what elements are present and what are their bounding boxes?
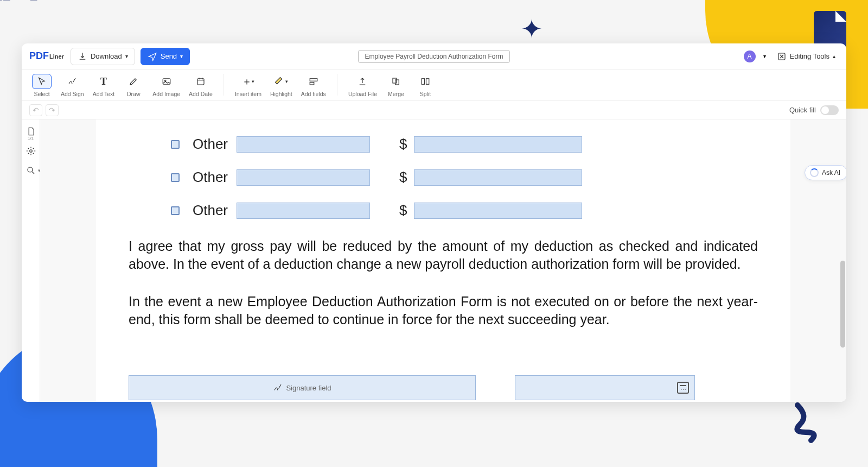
document-area: Other $ Other $ Other $ <box>40 119 846 402</box>
tool-select[interactable]: Select <box>27 73 56 98</box>
checkbox-other-2[interactable] <box>171 173 180 182</box>
logo-prefix: PDF <box>29 51 49 62</box>
agreement-paragraph-1: I agree that my gross pay will be reduce… <box>129 237 758 273</box>
signature-field-label: Signature field <box>286 384 331 392</box>
ask-ai-label: Ask AI <box>822 169 840 176</box>
toolbar: Select Add Sign T Add Text Draw Add Imag… <box>22 70 846 101</box>
tool-highlight[interactable]: ▾ Highlight <box>266 73 297 98</box>
tool-insert-item[interactable]: ＋ ▾ Insert item <box>231 73 266 98</box>
topbar: PDF Liner Download ▾ Send ▾ A ▾ Editing … <box>22 43 846 70</box>
page-icon <box>26 127 36 136</box>
app-window: PDF Liner Download ▾ Send ▾ A ▾ Editing … <box>22 43 846 402</box>
fields-icon <box>309 77 318 86</box>
tool-add-fields-label: Add fields <box>301 91 326 97</box>
other-row-2: Other $ <box>171 169 758 186</box>
tool-insert-item-label: Insert item <box>235 91 261 97</box>
ask-ai-button[interactable]: Ask AI <box>805 165 846 180</box>
other-label-1: Other <box>193 136 228 153</box>
other-amount-field-2[interactable] <box>414 169 582 186</box>
dollar-sign-1: $ <box>399 136 407 153</box>
tool-draw-label: Draw <box>127 91 141 97</box>
spinner-icon <box>810 168 819 177</box>
bg-splat-bird: ✦ <box>521 14 542 44</box>
tool-add-text-label: Add Text <box>93 91 115 97</box>
signature-field-icon <box>273 383 283 393</box>
svg-rect-9 <box>426 79 429 85</box>
checkbox-other-3[interactable] <box>171 206 180 215</box>
tool-upload-file[interactable]: Upload File <box>344 73 381 98</box>
tool-add-image[interactable]: Add Image <box>148 73 184 98</box>
document-page: Other $ Other $ Other $ <box>96 119 790 402</box>
tool-add-image-label: Add Image <box>152 91 180 97</box>
redo-button[interactable]: ↷ <box>46 104 59 116</box>
cursor-icon <box>37 77 47 86</box>
svg-rect-7 <box>395 80 399 85</box>
dollar-sign-3: $ <box>399 202 407 219</box>
svg-rect-4 <box>310 79 317 81</box>
bg-zigzag-bottom-right <box>792 400 841 445</box>
tool-add-text[interactable]: T Add Text <box>88 73 119 98</box>
pencil-icon <box>129 77 138 86</box>
quick-fill-label: Quick fill <box>789 106 816 114</box>
tool-split[interactable]: Split <box>411 73 440 98</box>
upload-icon <box>358 77 367 86</box>
pages-panel-button[interactable]: 1/1 <box>25 126 36 137</box>
vertical-scrollbar[interactable] <box>840 261 845 348</box>
settings-button[interactable] <box>25 146 36 156</box>
other-desc-field-3[interactable] <box>237 203 370 219</box>
tool-merge[interactable]: Merge <box>381 73 411 98</box>
undo-button[interactable]: ↶ <box>29 104 42 116</box>
other-amount-field-3[interactable] <box>414 203 582 219</box>
download-button[interactable]: Download ▾ <box>71 48 135 65</box>
doc-title-wrap <box>358 50 510 63</box>
other-desc-field-2[interactable] <box>237 169 370 186</box>
editing-tools-icon <box>777 52 787 61</box>
dollar-sign-2: $ <box>399 169 407 186</box>
svg-rect-8 <box>422 79 424 85</box>
tool-add-date[interactable]: Add Date <box>184 73 217 98</box>
merge-icon <box>391 77 401 86</box>
gear-icon <box>26 146 36 156</box>
send-button[interactable]: Send ▾ <box>141 48 190 65</box>
logo-suffix: Liner <box>49 53 64 60</box>
download-icon <box>78 52 87 61</box>
other-amount-field-1[interactable] <box>414 136 582 153</box>
tool-add-fields[interactable]: Add fields <box>297 73 330 98</box>
svg-point-11 <box>28 167 33 172</box>
other-label-2: Other <box>193 169 228 186</box>
tool-add-sign-label: Add Sign <box>61 91 84 97</box>
download-label: Download <box>91 52 122 60</box>
tool-add-sign[interactable]: Add Sign <box>56 73 88 98</box>
tool-highlight-label: Highlight <box>270 91 292 97</box>
checkbox-other-1[interactable] <box>171 140 180 149</box>
other-row-1: Other $ <box>171 136 758 153</box>
highlighter-icon <box>275 77 284 86</box>
calendar-icon <box>196 77 206 86</box>
svg-rect-1 <box>163 79 170 85</box>
date-field[interactable] <box>515 375 695 400</box>
other-row-3: Other $ <box>171 202 758 219</box>
signature-row: Signature field Employee Signature Date <box>129 375 758 402</box>
toolbar-separator <box>337 74 337 96</box>
tool-merge-label: Merge <box>388 91 404 97</box>
editing-tools-toggle[interactable]: Editing Tools ▴ <box>774 49 839 64</box>
signature-field[interactable]: Signature field <box>129 375 476 400</box>
bg-splat-top-left: ❝❞ ❛❜ <box>0 0 41 10</box>
image-icon <box>162 77 171 86</box>
calendar-field-icon <box>677 382 689 394</box>
page-indicator: 1/1 <box>28 136 34 141</box>
avatar[interactable]: A <box>744 51 756 62</box>
avatar-letter: A <box>748 53 752 60</box>
avatar-chevron-icon[interactable]: ▾ <box>763 53 766 59</box>
quick-fill-toggle[interactable] <box>820 105 839 115</box>
other-desc-field-1[interactable] <box>237 136 370 153</box>
zoom-button[interactable]: ▾ <box>25 165 36 176</box>
tool-draw[interactable]: Draw <box>119 73 148 98</box>
document-title-input[interactable] <box>358 50 510 63</box>
chevron-down-icon: ▾ <box>180 53 183 59</box>
search-icon <box>26 166 36 175</box>
agreement-paragraph-2: In the event a new Employee Deduction Au… <box>129 293 758 329</box>
secondary-bar: ↶ ↷ Quick fill <box>22 101 846 119</box>
signature-icon <box>67 77 77 86</box>
svg-rect-3 <box>197 79 204 85</box>
